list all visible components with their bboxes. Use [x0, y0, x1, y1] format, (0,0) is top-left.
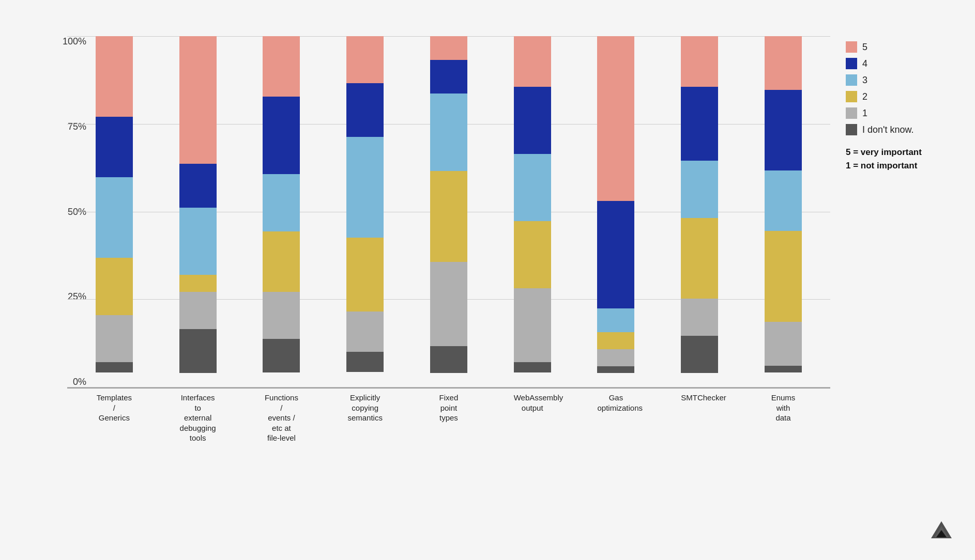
legend-label-5: 5	[862, 42, 867, 53]
legend-item-1: 1	[846, 107, 944, 119]
bar-segment-idk	[514, 362, 551, 372]
bar-stack	[96, 36, 133, 387]
bar-group	[263, 36, 300, 387]
bar-stack	[346, 36, 384, 387]
logo	[928, 519, 954, 545]
bar-segment-5	[96, 36, 133, 117]
bar-group	[179, 36, 217, 387]
bar-segment-idk	[263, 339, 300, 372]
bar-segment-idk	[430, 346, 467, 373]
bar-stack	[514, 36, 551, 387]
x-label: Functions /events / etc atfile-level	[263, 393, 300, 443]
bar-segment-2	[597, 332, 634, 349]
legend-label-3: 3	[862, 75, 867, 86]
bar-segment-5	[765, 36, 802, 90]
bar-segment-5	[597, 36, 634, 201]
bar-segment-1	[179, 292, 217, 329]
bar-segment-3	[681, 161, 718, 218]
bar-segment-2	[179, 275, 217, 292]
bar-segment-3	[430, 94, 467, 171]
legend-label-1: 1	[862, 108, 867, 119]
bar-group	[765, 36, 802, 387]
legend-color-2	[846, 91, 857, 102]
bar-segment-2	[765, 231, 802, 322]
legend-item-3: 3	[846, 74, 944, 86]
bar-segment-idk	[597, 366, 634, 373]
bar-group	[96, 36, 133, 387]
bar-segment-5	[263, 36, 300, 97]
bars-row	[67, 36, 830, 387]
bottom-axis-line	[67, 387, 830, 388]
bar-segment-1	[765, 322, 802, 366]
x-labels: Templates /GenericsInterfaces toexternal…	[67, 393, 830, 443]
bar-segment-4	[430, 60, 467, 94]
bar-segment-idk	[346, 352, 384, 372]
bar-segment-3	[96, 177, 133, 258]
bar-stack	[179, 36, 217, 387]
bar-segment-5	[681, 36, 718, 87]
bar-segment-4	[346, 83, 384, 137]
legend-color-3	[846, 74, 857, 86]
bar-segment-4	[179, 164, 217, 208]
legend-item-2: 2	[846, 91, 944, 102]
bar-segment-5	[179, 36, 217, 164]
bar-segment-4	[597, 201, 634, 308]
bar-segment-1	[430, 262, 467, 346]
x-label: Interfaces toexternaldebuggingtools	[179, 393, 217, 443]
legend-label-2: 2	[862, 91, 867, 102]
x-label: WebAssemblyoutput	[514, 393, 551, 443]
bar-group	[514, 36, 551, 387]
legend-item-idk: I don't know.	[846, 124, 944, 135]
x-label: Explicitlycopyingsemantics	[346, 393, 384, 443]
x-label: Gasoptimizations	[597, 393, 634, 443]
legend-color-1	[846, 107, 857, 119]
x-label: Templates /Generics	[96, 393, 133, 443]
bar-group	[430, 36, 467, 387]
bar-segment-3	[514, 154, 551, 221]
bar-group	[346, 36, 384, 387]
grid-and-bars	[67, 36, 830, 387]
bar-segment-4	[96, 117, 133, 177]
bar-segment-4	[514, 87, 551, 154]
x-label: SMTChecker	[681, 393, 718, 443]
bar-stack	[430, 36, 467, 387]
legend-note: 5 = very important1 = not important	[846, 146, 944, 172]
legend-color-idk	[846, 124, 857, 135]
x-label: Fixed pointtypes	[430, 393, 467, 443]
bar-segment-idk	[96, 362, 133, 372]
legend-item-4: 4	[846, 58, 944, 69]
bar-segment-1	[514, 288, 551, 362]
bar-segment-2	[96, 258, 133, 315]
legend: 54321I don't know.5 = very important1 = …	[830, 36, 944, 460]
bar-segment-4	[681, 87, 718, 161]
bar-segment-5	[514, 36, 551, 87]
bar-segment-3	[597, 308, 634, 332]
bar-segment-2	[681, 218, 718, 299]
bar-segment-1	[346, 312, 384, 352]
bar-segment-3	[179, 208, 217, 275]
bar-segment-5	[430, 36, 467, 60]
bar-segment-2	[430, 171, 467, 262]
bar-segment-1	[263, 292, 300, 339]
bar-segment-2	[514, 221, 551, 288]
bar-segment-idk	[179, 329, 217, 373]
bar-segment-4	[263, 97, 300, 174]
bar-stack	[597, 36, 634, 387]
chart-container: 100% 75% 50% 25% 0%	[0, 0, 975, 560]
legend-label-4: 4	[862, 58, 867, 69]
chart-area: 100% 75% 50% 25% 0%	[31, 36, 944, 460]
legend-item-5: 5	[846, 41, 944, 53]
bar-segment-3	[263, 174, 300, 231]
x-label: Enums withdata	[765, 393, 802, 443]
bar-segment-3	[765, 170, 802, 231]
bar-stack	[765, 36, 802, 387]
bar-segment-3	[346, 137, 384, 238]
bar-segment-1	[681, 299, 718, 336]
bar-segment-1	[96, 315, 133, 362]
legend-color-5	[846, 41, 857, 53]
bar-segment-idk	[765, 366, 802, 372]
chart-main: 100% 75% 50% 25% 0%	[31, 36, 830, 460]
bars-section: 100% 75% 50% 25% 0%	[62, 36, 830, 387]
bar-segment-4	[765, 90, 802, 170]
bar-stack	[681, 36, 718, 387]
